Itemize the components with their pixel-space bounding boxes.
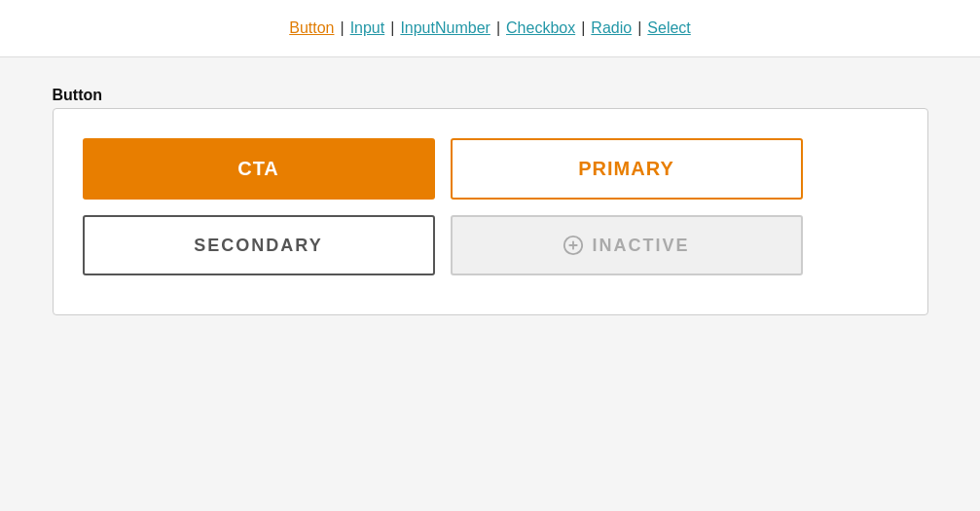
nav-link-radio[interactable]: Radio — [591, 19, 632, 37]
nav-bar: Button | Input | InputNumber | Checkbox … — [0, 0, 980, 57]
section-title: Button — [53, 87, 928, 104]
nav-separator-1: | — [340, 19, 344, 37]
nav-separator-2: | — [390, 19, 394, 37]
nav-separator-5: | — [637, 19, 641, 37]
nav-link-inputnumber[interactable]: InputNumber — [400, 19, 490, 37]
nav-link-checkbox[interactable]: Checkbox — [506, 19, 575, 37]
inactive-button-label: INACTIVE — [592, 236, 689, 256]
main-content: Button CTA PRIMARY SECONDARY INACTIVE — [53, 87, 928, 315]
button-grid: CTA PRIMARY SECONDARY INACTIVE — [83, 138, 803, 275]
cta-button[interactable]: CTA — [83, 138, 435, 200]
nav-separator-3: | — [496, 19, 500, 37]
nav-link-select[interactable]: Select — [647, 19, 690, 37]
inactive-button: INACTIVE — [451, 215, 803, 275]
nav-link-button[interactable]: Button — [289, 19, 334, 37]
nav-link-input[interactable]: Input — [350, 19, 385, 37]
secondary-button[interactable]: SECONDARY — [83, 215, 435, 275]
button-section-card: CTA PRIMARY SECONDARY INACTIVE — [53, 108, 928, 315]
nav-separator-4: | — [581, 19, 585, 37]
primary-button[interactable]: PRIMARY — [451, 138, 803, 200]
plus-circle-icon — [563, 235, 584, 256]
